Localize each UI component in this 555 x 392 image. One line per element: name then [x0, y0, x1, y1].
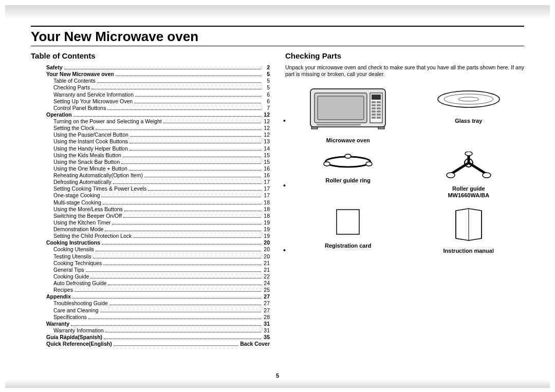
toc-label: Setting the Clock [53, 125, 94, 132]
svg-point-29 [483, 173, 491, 178]
toc-label: Setting Up Your Microwave Oven [53, 98, 133, 105]
svg-rect-16 [377, 117, 381, 119]
svg-rect-13 [372, 114, 376, 116]
toc-leader-dots [105, 332, 261, 332]
toc-leader-dots [96, 251, 261, 251]
toc-leader-dots [100, 312, 261, 312]
toc-label: Setting the Child Protection Lock [53, 233, 132, 239]
toc-sub-entry: Troubleshooting Guide27 [46, 300, 270, 307]
part-label: Instruction manual [443, 248, 494, 255]
toc-leader-dots [116, 76, 261, 76]
toc-label: Troubleshooting Guide [53, 300, 108, 307]
toc-label: Turning on the Power and Selecting a Wei… [53, 118, 162, 125]
svg-point-26 [345, 154, 351, 158]
svg-rect-15 [372, 117, 376, 119]
toc-sub-entry: Cooking Techniques21 [46, 260, 270, 267]
toc-sub-entry: Table of Contents5 [46, 78, 270, 84]
toc-leader-dots [97, 82, 261, 83]
svg-rect-11 [372, 110, 376, 113]
toc-page: 28 [263, 314, 270, 321]
toc-leader-dots [86, 271, 261, 272]
toc-leader-dots [144, 177, 261, 177]
part-label: Registration card [325, 242, 371, 250]
part-roller-guide: Roller guide MW1660WA/BA [440, 152, 497, 199]
toc-label: Defrosting Automatically [53, 179, 112, 185]
toc-leader-dots [148, 190, 261, 191]
toc-label: Using the Instant Cook Buttons [53, 138, 128, 145]
toc-page: 5 [263, 71, 270, 78]
toc-leader-dots [163, 123, 261, 123]
toc-sub-entry: Demonstration Mode19 [46, 226, 270, 233]
svg-rect-19 [378, 127, 384, 129]
toc-page: 16 [263, 165, 270, 172]
svg-rect-9 [372, 107, 376, 109]
toc-page: 7 [263, 105, 270, 111]
bullet-icon: • [283, 246, 286, 254]
toc-leader-dots [109, 305, 261, 305]
svg-rect-10 [377, 107, 381, 109]
toc-leader-dots [112, 224, 261, 225]
toc-sub-entry: Checking Parts5 [46, 84, 270, 91]
part-microwave-oven: Microwave oven [309, 86, 386, 144]
toc-label: One-stage Cooking [53, 192, 100, 199]
svg-point-25 [366, 162, 372, 166]
toc-page: 17 [263, 192, 270, 199]
toc-sub-entry: Auto Defrosting Guide24 [46, 280, 270, 287]
svg-point-28 [447, 173, 455, 178]
toc-sub-entry: Using the Kitchen Timer19 [46, 219, 270, 226]
toc-page: 5 [263, 78, 270, 84]
toc-sub-entry: Using the More/Less Buttons18 [46, 206, 270, 213]
toc-label: Using the Kids Meals Button [53, 152, 121, 159]
roller-ring-icon [320, 152, 376, 174]
toc-page: 5 [263, 84, 270, 91]
toc-label: Cooking Techniques [53, 260, 102, 267]
toc-label: Cooking Utensils [53, 246, 94, 253]
toc-sub-entry: Defrosting Automatically17 [46, 179, 270, 185]
toc-page: 12 [263, 132, 270, 138]
toc-sub-entry: Testing Utensils20 [46, 253, 270, 260]
registration-card-icon [332, 207, 363, 239]
toc-leader-dots [104, 339, 261, 339]
toc-sub-entry: Using the Snack Bar Button15 [46, 159, 270, 165]
toc-sub-entry: Setting the Child Protection Lock19 [46, 233, 270, 239]
toc-sub-entry: Specifications28 [46, 314, 270, 321]
toc-label: Table of Contents [53, 78, 96, 84]
toc-sub-entry: Using the Handy Helper Button14 [46, 145, 270, 152]
toc-page: 19 [263, 233, 270, 239]
toc-leader-dots [121, 163, 261, 164]
toc-leader-dots [108, 285, 261, 285]
toc-heading: Table of Contents [31, 51, 270, 60]
toc-leader-dots [135, 96, 261, 97]
svg-rect-12 [377, 110, 381, 113]
toc-page: 16 [263, 172, 270, 179]
toc-label: Checking Parts [53, 84, 90, 91]
toc-label: Warranty and Service Information [53, 91, 134, 98]
part-glass-tray: Glass tray [435, 86, 502, 144]
toc-sub-entry: Using the One Minute + Button16 [46, 165, 270, 172]
columns: Table of Contents Safety2Your New Microw… [31, 51, 524, 347]
right-column: Checking Parts Unpack your microwave ove… [285, 51, 524, 347]
bottom-shadow [5, 380, 550, 388]
toc-page: 17 [263, 179, 270, 185]
toc-label: Using the Pause/Cancel Button [53, 132, 128, 138]
svg-rect-8 [377, 104, 381, 106]
svg-rect-5 [372, 101, 376, 103]
toc-leader-dots [107, 109, 261, 110]
toc-page: 20 [263, 246, 270, 253]
toc-page: 14 [263, 145, 270, 152]
toc-page: 31 [263, 327, 270, 334]
toc-label: Guía Rápida(Spanish) [46, 334, 102, 341]
svg-rect-6 [377, 101, 381, 103]
toc-label: General Tips [53, 267, 84, 273]
toc-label: Cooking Guide [53, 273, 89, 280]
top-shadow [5, 5, 550, 20]
bullet-icon: • [283, 117, 286, 125]
toc-entry: Appendix27 [46, 293, 270, 300]
toc-page: 12 [263, 118, 270, 125]
toc-label: Using the Snack Bar Button [53, 159, 120, 165]
toc-page: 6 [263, 91, 270, 98]
toc-entry: Your New Microwave oven5 [46, 71, 270, 78]
manual-icon [451, 207, 487, 245]
toc-sub-entry: Control Panel Buttons7 [46, 105, 270, 111]
toc-sub-entry: Warranty and Service Information6 [46, 91, 270, 98]
